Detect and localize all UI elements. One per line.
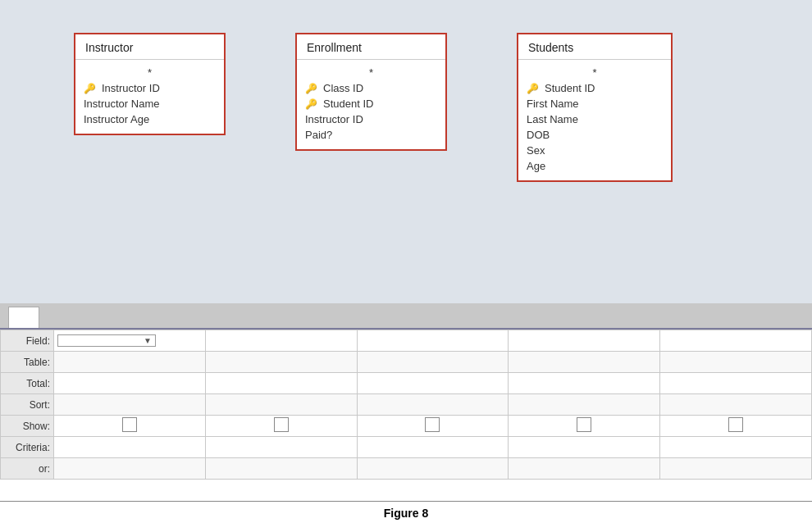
show-cell-1[interactable] <box>54 416 206 437</box>
sort-cell-4[interactable] <box>509 394 660 416</box>
total-label: Total: <box>1 373 54 394</box>
enrollment-field-studentid: 🔑 Student ID <box>297 96 445 111</box>
field-cell-1[interactable]: ▼ <box>54 330 206 352</box>
query-tab[interactable] <box>8 307 39 328</box>
table-row: Table: <box>1 352 812 373</box>
key-icon-students-studentid: 🔑 <box>527 83 539 94</box>
total-cell-5[interactable] <box>660 373 812 394</box>
chevron-down-icon: ▼ <box>144 336 152 345</box>
students-field-studentid: 🔑 Student ID <box>518 80 671 96</box>
show-cell-4[interactable] <box>509 416 660 437</box>
query-grid-table: Field: ▼ Table: <box>0 330 812 480</box>
criteria-cell-2[interactable] <box>205 437 357 458</box>
instructor-asterisk: * <box>75 63 224 80</box>
key-icon-enrollment-studentid: 🔑 <box>305 98 317 110</box>
enrollment-title: Enrollment <box>297 34 445 60</box>
instructor-title: Instructor <box>75 34 224 60</box>
enrollment-field-instructorid: Instructor ID <box>297 111 445 127</box>
show-checkbox-1[interactable] <box>122 417 137 432</box>
criteria-cell-1[interactable] <box>54 437 206 458</box>
total-cell-2[interactable] <box>205 373 357 394</box>
students-table: Students * 🔑 Student ID First Name Last … <box>517 33 673 182</box>
students-field-age: Age <box>518 158 671 174</box>
sort-cell-2[interactable] <box>205 394 357 416</box>
table-cell-3[interactable] <box>357 352 509 373</box>
total-cell-4[interactable] <box>509 373 660 394</box>
criteria-cell-4[interactable] <box>509 437 660 458</box>
diagram-area: Instructor * 🔑 Instructor ID Instructor … <box>0 0 812 303</box>
enrollment-table: Enrollment * 🔑 Class ID 🔑 Student ID Ins… <box>295 33 447 151</box>
field-cell-5[interactable] <box>660 330 812 352</box>
query-area: Field: ▼ Table: <box>0 303 812 501</box>
criteria-cell-5[interactable] <box>660 437 812 458</box>
field-cell-4[interactable] <box>509 330 660 352</box>
key-icon-classid: 🔑 <box>305 83 317 94</box>
tab-bar <box>0 303 812 330</box>
show-cell-3[interactable] <box>357 416 509 437</box>
students-asterisk: * <box>518 63 671 80</box>
field-dropdown[interactable]: ▼ <box>57 334 156 347</box>
table-cell-4[interactable] <box>509 352 660 373</box>
enrollment-field-classid: 🔑 Class ID <box>297 80 445 96</box>
or-cell-3[interactable] <box>357 458 509 480</box>
show-cell-2[interactable] <box>205 416 357 437</box>
show-label: Show: <box>1 416 54 437</box>
figure-caption: Figure 8 <box>0 501 812 523</box>
or-cell-2[interactable] <box>205 458 357 480</box>
or-label: or: <box>1 458 54 480</box>
show-row: Show: <box>1 416 812 437</box>
show-cell-5[interactable] <box>660 416 812 437</box>
students-field-sex: Sex <box>518 143 671 158</box>
table-cell-5[interactable] <box>660 352 812 373</box>
students-field-firstname: First Name <box>518 96 671 111</box>
criteria-cell-3[interactable] <box>357 437 509 458</box>
sort-cell-3[interactable] <box>357 394 509 416</box>
sort-cell-5[interactable] <box>660 394 812 416</box>
show-checkbox-4[interactable] <box>577 417 591 432</box>
field-cell-3[interactable] <box>357 330 509 352</box>
students-title: Students <box>518 34 671 60</box>
table-cell-2[interactable] <box>205 352 357 373</box>
table-label: Table: <box>1 352 54 373</box>
students-field-dob: DOB <box>518 127 671 143</box>
total-cell-1[interactable] <box>54 373 206 394</box>
field-label: Field: <box>1 330 54 352</box>
table-cell-1[interactable] <box>54 352 206 373</box>
sort-label: Sort: <box>1 394 54 416</box>
instructor-field-id: 🔑 Instructor ID <box>75 80 224 96</box>
sort-cell-1[interactable] <box>54 394 206 416</box>
instructor-field-age: Instructor Age <box>75 111 224 127</box>
field-row: Field: ▼ <box>1 330 812 352</box>
instructor-table: Instructor * 🔑 Instructor ID Instructor … <box>74 33 226 135</box>
or-row: or: <box>1 458 812 480</box>
or-cell-1[interactable] <box>54 458 206 480</box>
grid-container: Field: ▼ Table: <box>0 330 812 501</box>
total-cell-3[interactable] <box>357 373 509 394</box>
field-cell-2[interactable] <box>205 330 357 352</box>
show-checkbox-3[interactable] <box>425 417 440 432</box>
instructor-field-name: Instructor Name <box>75 96 224 111</box>
key-icon-instructor-id: 🔑 <box>84 83 96 94</box>
enrollment-asterisk: * <box>297 63 445 80</box>
show-checkbox-5[interactable] <box>728 417 743 432</box>
total-row: Total: <box>1 373 812 394</box>
students-field-lastname: Last Name <box>518 111 671 127</box>
show-checkbox-2[interactable] <box>274 417 289 432</box>
enrollment-field-paid: Paid? <box>297 127 445 143</box>
sort-row: Sort: <box>1 394 812 416</box>
or-cell-5[interactable] <box>660 458 812 480</box>
criteria-label: Criteria: <box>1 437 54 458</box>
or-cell-4[interactable] <box>509 458 660 480</box>
criteria-row: Criteria: <box>1 437 812 458</box>
